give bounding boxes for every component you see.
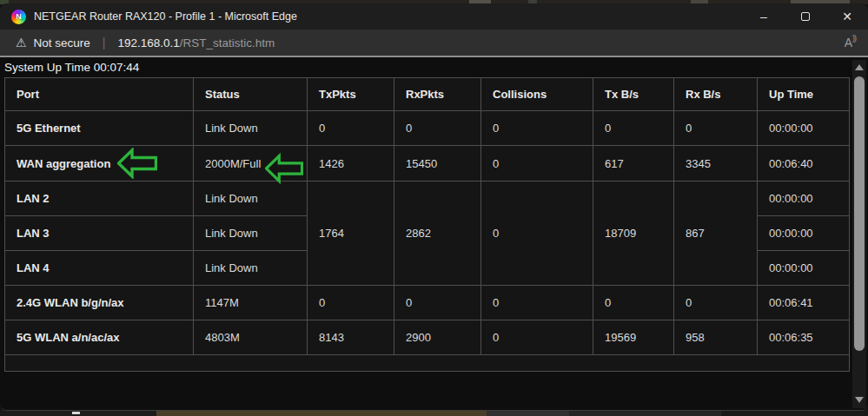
url-display[interactable]: 192.168.0.1/RST_statistic.htm xyxy=(117,36,275,50)
address-bar[interactable]: ⚠ Not secure | 192.168.0.1/RST_statistic… xyxy=(0,30,868,56)
close-button[interactable]: ✕ xyxy=(826,3,868,30)
cell-uptime: 00:00:00 xyxy=(758,111,850,146)
cell-status: Link Down xyxy=(194,216,308,251)
scrollbar-thumb[interactable] xyxy=(854,76,865,351)
cell-rxbs: 958 xyxy=(674,320,758,355)
cell-rxpkts-merged: 2862 xyxy=(394,182,481,286)
cell-uptime: 00:00:00 xyxy=(758,216,850,251)
cell-txbs-merged: 18709 xyxy=(593,182,674,286)
cell-uptime: 00:06:35 xyxy=(758,320,850,355)
cell-collisions: 0 xyxy=(481,320,593,355)
cell-status: 4803M xyxy=(194,320,308,355)
cell-rxbs: 3345 xyxy=(674,146,758,182)
scroll-down-arrow-icon[interactable] xyxy=(855,397,864,403)
cell-port: 2.4G WLAN b/g/n/ax xyxy=(5,286,194,320)
cell-txpkts: 8143 xyxy=(308,320,394,355)
cell-port: 5G Ethernet xyxy=(5,111,194,146)
read-aloud-waves-icon: )) xyxy=(852,34,856,43)
cell-txbs: 0 xyxy=(593,111,674,146)
system-uptime-value: 00:07:44 xyxy=(94,61,140,74)
cell-rxpkts: 0 xyxy=(394,286,481,320)
system-uptime-label: System Up Time xyxy=(4,61,90,74)
cell-status: Link Down xyxy=(194,182,308,216)
netgear-favicon-icon: N xyxy=(11,10,26,24)
window-controls: – ✕ xyxy=(743,3,868,30)
window-titlebar[interactable]: N NETGEAR Router RAX120 - Profile 1 - Mi… xyxy=(0,3,868,30)
cell-txpkts: 0 xyxy=(308,286,394,320)
cell-uptime: 00:00:00 xyxy=(758,182,850,216)
url-path: /RST_statistic.htm xyxy=(180,36,275,50)
table-header-row: Port Status TxPkts RxPkts Collisions Tx … xyxy=(5,78,850,111)
table-row-5g-ethernet: 5G Ethernet Link Down 0 0 0 0 0 00:00:00 xyxy=(5,111,850,146)
cell-port: 5G WLAN a/n/ac/ax xyxy=(5,320,194,355)
background-mark xyxy=(72,412,80,414)
cell-rxpkts: 0 xyxy=(394,111,481,146)
cell-uptime: 00:06:40 xyxy=(758,146,850,182)
close-icon: ✕ xyxy=(842,10,852,23)
read-aloud-button[interactable]: A )) xyxy=(845,36,856,50)
cell-collisions: 0 xyxy=(481,146,593,182)
read-aloud-icon: A xyxy=(845,36,852,50)
cell-status: 1147M xyxy=(194,286,308,320)
table-footer-row xyxy=(5,355,850,372)
header-collisions: Collisions xyxy=(481,78,593,111)
header-status: Status xyxy=(194,78,308,111)
cell-uptime: 00:00:00 xyxy=(758,251,850,286)
vertical-scrollbar[interactable] xyxy=(852,60,866,408)
cell-collisions: 0 xyxy=(481,286,593,320)
table-row-5g-wlan: 5G WLAN a/n/ac/ax 4803M 8143 2900 0 1956… xyxy=(5,320,850,355)
cell-rxbs-merged: 867 xyxy=(674,182,758,286)
cell-port: WAN aggregation xyxy=(5,146,194,182)
cell-txbs: 19569 xyxy=(593,320,674,355)
scroll-up-arrow-icon[interactable] xyxy=(855,64,864,70)
table-row-24g-wlan: 2.4G WLAN b/g/n/ax 1147M 0 0 0 0 0 00:06… xyxy=(5,286,850,320)
cell-port: LAN 3 xyxy=(5,216,194,251)
cell-rxbs: 0 xyxy=(674,111,758,146)
browser-window: N NETGEAR Router RAX120 - Profile 1 - Mi… xyxy=(0,3,868,411)
cell-txpkts: 1426 xyxy=(308,146,394,182)
wan-status-label: 2000M/Full xyxy=(205,157,261,170)
security-badge[interactable]: Not secure xyxy=(34,36,90,50)
statistics-table: Port Status TxPkts RxPkts Collisions Tx … xyxy=(4,77,850,372)
annotation-arrow-icon xyxy=(117,148,157,179)
cell-rxbs: 0 xyxy=(674,286,758,320)
cell-rxpkts: 15450 xyxy=(394,146,481,182)
cell-port: LAN 4 xyxy=(5,251,194,286)
wan-port-label: WAN aggregation xyxy=(17,157,110,170)
table-footer-cell xyxy=(5,355,850,372)
header-txpkts: TxPkts xyxy=(308,78,394,111)
cell-status: Link Down xyxy=(194,111,308,146)
cell-collisions-merged: 0 xyxy=(481,182,593,286)
minimize-icon: – xyxy=(760,10,767,23)
cell-txpkts: 0 xyxy=(308,111,394,146)
cell-txbs: 0 xyxy=(593,286,674,320)
header-port: Port xyxy=(5,78,194,111)
background-bottom-sliver xyxy=(0,410,868,416)
cell-txbs: 617 xyxy=(593,146,674,182)
page-content: System Up Time 00:07:44 Port Status TxPk… xyxy=(0,56,868,411)
url-host: 192.168.0.1 xyxy=(117,36,179,50)
address-separator: | xyxy=(103,36,106,50)
cell-uptime: 00:06:41 xyxy=(758,286,850,320)
annotation-arrow-icon xyxy=(265,151,303,186)
header-rxpkts: RxPkts xyxy=(394,78,481,111)
cell-collisions: 0 xyxy=(481,111,593,146)
minimize-button[interactable]: – xyxy=(743,3,785,30)
cell-port: LAN 2 xyxy=(5,182,194,216)
table-row-wan-aggregation: WAN aggregation 2000M/Full 1426 15450 0 … xyxy=(5,146,850,182)
screen: N NETGEAR Router RAX120 - Profile 1 - Mi… xyxy=(0,0,868,416)
cell-status: 2000M/Full xyxy=(194,146,308,182)
system-uptime: System Up Time 00:07:44 xyxy=(0,57,868,77)
cell-rxpkts: 2900 xyxy=(394,320,481,355)
table-row-lan2: LAN 2 Link Down 1764 2862 0 18709 867 00… xyxy=(5,182,850,216)
window-title: NETGEAR Router RAX120 - Profile 1 - Micr… xyxy=(34,10,297,23)
cell-txpkts-merged: 1764 xyxy=(308,182,394,286)
header-uptime: Up Time xyxy=(758,78,850,111)
cell-status: Link Down xyxy=(194,251,308,286)
warning-icon: ⚠ xyxy=(16,36,27,49)
maximize-button[interactable] xyxy=(785,3,826,30)
maximize-icon xyxy=(801,12,810,21)
header-txbs: Tx B/s xyxy=(593,78,674,111)
header-rxbs: Rx B/s xyxy=(674,78,758,111)
